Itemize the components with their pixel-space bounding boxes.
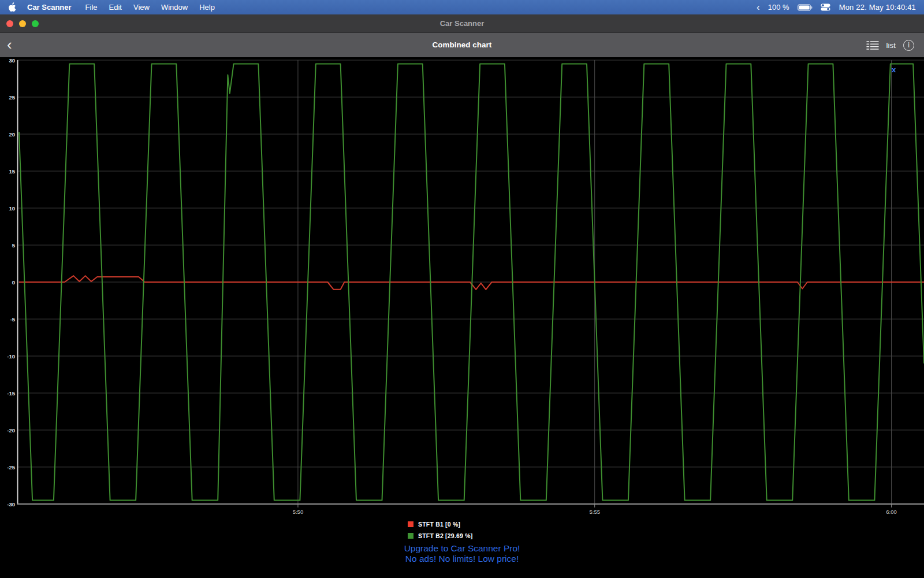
traffic-lights bbox=[6, 20, 39, 27]
chart-close-button[interactable]: x bbox=[892, 65, 896, 74]
upgrade-link-line2[interactable]: No ads! No limits! Low price! bbox=[0, 554, 924, 564]
legend-label: STFT B1 [0 %] bbox=[418, 521, 460, 528]
svg-text:5: 5 bbox=[12, 242, 16, 249]
menu-edit[interactable]: Edit bbox=[109, 3, 122, 12]
combined-chart: -30-25-20-15-10-50510152025305:505:556:0… bbox=[0, 57, 924, 517]
menubar-menus: File Edit View Window Help bbox=[85, 3, 215, 12]
svg-text:5:50: 5:50 bbox=[293, 509, 304, 515]
svg-text:0: 0 bbox=[12, 279, 15, 286]
battery-percentage: 100 % bbox=[768, 3, 789, 12]
menu-file[interactable]: File bbox=[85, 3, 98, 12]
menu-view[interactable]: View bbox=[133, 3, 150, 12]
svg-text:-10: -10 bbox=[7, 353, 15, 360]
info-icon[interactable]: i bbox=[903, 40, 914, 51]
svg-text:10: 10 bbox=[9, 205, 15, 212]
battery-icon[interactable] bbox=[798, 4, 813, 11]
legend-swatch-red bbox=[408, 521, 413, 527]
back-chevron-icon[interactable]: ‹ bbox=[7, 35, 12, 54]
legend-label: STFT B2 [29.69 %] bbox=[418, 532, 472, 539]
app-toolbar: ‹ Combined chart list i bbox=[0, 33, 924, 57]
svg-text:-30: -30 bbox=[7, 501, 15, 507]
svg-text:20: 20 bbox=[9, 131, 15, 138]
svg-text:-20: -20 bbox=[7, 427, 15, 433]
chart-legend: STFT B1 [0 %] STFT B2 [29.69 %] bbox=[408, 518, 472, 542]
menubar-status-area: ‹ 100 % Mon 22. May 10:40:41 bbox=[757, 2, 916, 12]
svg-text:30: 30 bbox=[9, 57, 15, 64]
window-title: Car Scanner bbox=[0, 14, 924, 32]
menu-window[interactable]: Window bbox=[161, 3, 188, 12]
upgrade-link-line1[interactable]: Upgrade to Car Scanner Pro! bbox=[0, 543, 924, 554]
menu-help[interactable]: Help bbox=[199, 3, 215, 12]
list-button-label[interactable]: list bbox=[886, 41, 896, 50]
svg-text:15: 15 bbox=[9, 168, 15, 175]
legend-item-stft-b1: STFT B1 [0 %] bbox=[408, 518, 472, 530]
page-title: Combined chart bbox=[0, 33, 924, 57]
menubar-collapse-chevron-icon[interactable]: ‹ bbox=[757, 2, 760, 12]
apple-menu-icon[interactable] bbox=[8, 2, 17, 12]
svg-text:-25: -25 bbox=[7, 464, 15, 470]
legend-swatch-green bbox=[408, 533, 413, 539]
close-window-button[interactable] bbox=[6, 20, 13, 27]
control-center-icon[interactable] bbox=[821, 3, 831, 11]
legend-item-stft-b2: STFT B2 [29.69 %] bbox=[408, 530, 472, 542]
minimize-window-button[interactable] bbox=[19, 20, 26, 27]
svg-text:6:00: 6:00 bbox=[886, 509, 897, 515]
zoom-window-button[interactable] bbox=[32, 20, 39, 27]
menubar-app-name[interactable]: Car Scanner bbox=[27, 3, 72, 12]
list-icon[interactable] bbox=[866, 40, 879, 50]
window-titlebar: Car Scanner bbox=[0, 14, 924, 33]
chart-svg: -30-25-20-15-10-50510152025305:505:556:0… bbox=[0, 57, 924, 517]
menubar: Car Scanner File Edit View Window Help ‹… bbox=[0, 0, 924, 14]
upgrade-promo: Upgrade to Car Scanner Pro! No ads! No l… bbox=[0, 543, 924, 564]
svg-text:5:55: 5:55 bbox=[589, 509, 600, 515]
svg-text:-15: -15 bbox=[7, 390, 15, 397]
svg-text:-5: -5 bbox=[10, 316, 16, 323]
svg-text:25: 25 bbox=[9, 94, 15, 101]
menubar-clock[interactable]: Mon 22. May 10:40:41 bbox=[839, 3, 916, 12]
